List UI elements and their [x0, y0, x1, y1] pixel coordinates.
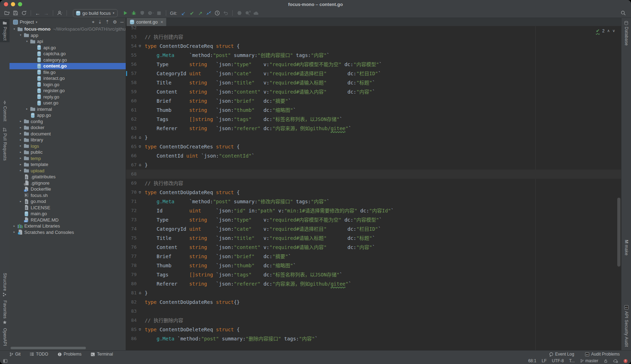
stripe-tab-commit[interactable]: Commit — [0, 98, 10, 123]
error-notification-ball[interactable]: ! — [624, 359, 627, 363]
tree-item[interactable]: ▸docker — [10, 124, 126, 131]
save-icon[interactable] — [11, 9, 20, 17]
code-line[interactable]: 80 Referer string `json:"referer" dc:"内容… — [126, 279, 621, 288]
fold-start-icon[interactable]: ⌂ — [139, 142, 141, 151]
fold-start-icon[interactable]: ⌂ — [139, 325, 141, 334]
hexagon-icon-disabled[interactable] — [235, 9, 244, 17]
hide-panel-icon[interactable]: ─ — [120, 20, 124, 24]
tree-item[interactable]: file.go — [10, 69, 126, 76]
toolwindow-switcher-icon[interactable] — [3, 359, 8, 363]
expand-all-icon[interactable]: ⇣ — [98, 20, 102, 24]
line-number[interactable]: 85 — [126, 325, 137, 334]
tree-open-arrow-icon[interactable]: ▾ — [18, 34, 23, 37]
toolwindow-event-log[interactable]: Event Log — [549, 352, 574, 357]
line-number[interactable]: 68 — [126, 170, 137, 179]
code-line[interactable]: 70⌂type ContentDoUpdateReq struct { — [126, 188, 621, 197]
line-number[interactable]: 53 — [126, 32, 137, 41]
tree-item[interactable]: ▸library — [10, 137, 126, 143]
tree-item[interactable]: ▸template — [10, 161, 126, 168]
tree-item[interactable]: ▸public — [10, 149, 126, 155]
code-line[interactable]: 58 Title string `json:"title" v:"require… — [126, 78, 621, 87]
tree-item[interactable]: api.go — [10, 45, 126, 51]
tree-open-arrow-icon[interactable]: ▾ — [12, 28, 17, 31]
tree-item[interactable]: LICENSE — [10, 205, 126, 211]
tree-closed-arrow-icon[interactable]: ▸ — [18, 169, 23, 172]
run-button[interactable] — [121, 9, 130, 17]
line-number[interactable]: 77 — [126, 252, 137, 261]
code-line[interactable]: 68 — [126, 170, 621, 179]
tree-item[interactable]: ▾app — [10, 32, 126, 39]
cloud-settings-icon[interactable] — [613, 359, 618, 363]
line-number[interactable]: 76 — [126, 243, 137, 252]
code-line[interactable]: 72 Id uint `json:"id" in:"path" v:"min:1… — [126, 206, 621, 215]
tree-item[interactable]: ▸internal — [10, 106, 126, 113]
code-line[interactable]: 74 CategoryId uint `json:"cate" v:"requi… — [126, 224, 621, 234]
settings-gear-icon[interactable]: ⚙ — [113, 20, 117, 24]
back-icon[interactable]: ← — [33, 9, 42, 17]
tree-item[interactable]: ▸go.mod — [10, 198, 126, 205]
tree-item[interactable]: MDREADME.MD — [10, 217, 126, 223]
fold-start-icon[interactable]: ⌂ — [139, 41, 141, 51]
tree-closed-arrow-icon[interactable]: ▸ — [18, 139, 23, 141]
code-line[interactable]: 64⌂} — [126, 133, 621, 142]
line-number[interactable]: 74 — [126, 224, 137, 234]
line-number[interactable]: 52 — [126, 26, 137, 32]
toolwindow-audit-problems[interactable]: API Audit Problems — [585, 352, 620, 357]
code-editor[interactable]: ✔ 2 ∧ ∨ 5253// 执行创建内容54⌂type ContentDoCr… — [126, 26, 621, 351]
tree-item[interactable]: ▸document — [10, 131, 126, 137]
next-problem-icon[interactable]: ∨ — [612, 28, 615, 33]
code-line[interactable]: 75 Title string `json:"title" v:"require… — [126, 234, 621, 243]
tree-item[interactable]: ▾api — [10, 38, 126, 45]
code-line[interactable]: 57 CategoryId uint `json:"cate" v:"requi… — [126, 69, 621, 78]
toolwindow-terminal[interactable]: Terminal — [90, 352, 113, 357]
prev-problem-icon[interactable]: ∧ — [607, 28, 610, 33]
toolwindow-git[interactable]: Git — [9, 352, 20, 357]
tree-item[interactable]: DDockerfile — [10, 186, 126, 192]
git-commit-icon[interactable]: ✔ — [188, 9, 196, 17]
tree-closed-arrow-icon[interactable]: ▸ — [18, 157, 23, 160]
search-everywhere-icon[interactable] — [619, 9, 627, 17]
profiler-button-disabled[interactable] — [146, 9, 155, 17]
open-folder-icon[interactable] — [3, 9, 11, 17]
fold-end-icon[interactable]: ⌂ — [139, 162, 141, 167]
code-line[interactable]: 79 Tags []string `json:"tags" dc:"标签名称列表… — [126, 270, 621, 279]
lock-icon[interactable] — [604, 359, 608, 363]
code-line[interactable]: 83 — [126, 307, 621, 316]
chevron-down-icon[interactable]: ▾ — [36, 20, 37, 24]
debug-button[interactable] — [130, 9, 138, 17]
code-line[interactable]: 63 Referer string `json:"referer" dc:"内容… — [126, 124, 621, 133]
cloud-icon-disabled[interactable] — [252, 9, 261, 17]
forward-icon[interactable]: → — [42, 9, 50, 17]
tree-open-arrow-icon[interactable]: ▾ — [24, 40, 30, 43]
line-number[interactable]: 54 — [126, 41, 137, 51]
code-line[interactable]: 62 Tags []string `json:"tags" dc:"标签名称列表… — [126, 115, 621, 124]
tree-closed-arrow-icon[interactable]: ▸ — [18, 126, 23, 129]
code-line[interactable]: 73 Type string `json:"type" v:"required#… — [126, 215, 621, 224]
line-number[interactable]: 67 — [126, 160, 137, 170]
line-number[interactable]: 58 — [126, 78, 137, 87]
editor-tab-content-go[interactable]: content.go × — [127, 18, 166, 26]
tree-item[interactable]: ▾focus-mono~/Workspace/Go/GOPATH/src/git… — [10, 26, 126, 32]
find-in-database-icon-disabled[interactable] — [244, 9, 252, 17]
tree-closed-arrow-icon[interactable]: ▸ — [18, 163, 23, 166]
code-line[interactable]: 59 Content string `json:"content" v:"req… — [126, 87, 621, 96]
line-number[interactable]: 78 — [126, 261, 137, 270]
stripe-tab-api-security-audit[interactable]: API API Security Audit — [621, 303, 631, 349]
code-line[interactable]: 55 g.Meta `method:"post" summary:"创建内容接口… — [126, 51, 621, 60]
tree-item[interactable]: ▸upload — [10, 168, 126, 174]
fold-end-icon[interactable]: ⌂ — [139, 135, 141, 140]
tree-closed-arrow-icon[interactable]: ▸ — [18, 151, 23, 154]
code-line[interactable]: 53// 执行创建内容 — [126, 32, 621, 41]
line-number[interactable]: 82 — [126, 298, 137, 307]
code-line[interactable]: 56 Type string `json:"type" v:"required#… — [126, 60, 621, 69]
git-merge-icon[interactable] — [205, 9, 213, 17]
tree-item[interactable]: login.go — [10, 82, 126, 88]
line-number[interactable]: 86 — [126, 334, 137, 343]
git-history-icon[interactable] — [213, 9, 221, 17]
inspections-widget[interactable]: ✔ 2 ∧ ∨ — [596, 28, 615, 33]
toolwindow-problems[interactable]: Problems — [57, 352, 82, 357]
tree-item[interactable]: main.go — [10, 211, 126, 217]
tree-item[interactable]: ▸External Libraries — [10, 223, 126, 229]
code-line[interactable]: 60 Brief string `json:"brief" dc:"摘要"` — [126, 96, 621, 106]
caret-position[interactable]: 68:1 — [528, 358, 536, 363]
